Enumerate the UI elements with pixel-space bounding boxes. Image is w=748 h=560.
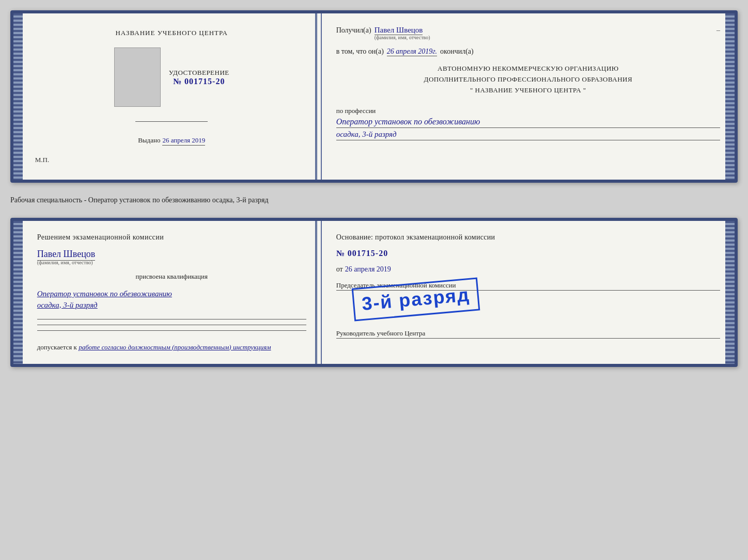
rukvoditel-block: Руководитель учебного Центра [336,329,720,339]
ot-date: 26 апреля 2019 [345,265,391,274]
fio-subtitle: (фамилия, имя, отчество) [375,35,430,40]
profession-value: Оператор установок по обезвоживанию [336,117,720,128]
ot-row: от 26 апреля 2019 [336,265,720,274]
mp-label: М.П. [35,156,49,164]
vtom-date: 26 апреля 2019г. [387,47,437,56]
doc2-left-panel: Решением экзаменационной комиссии Павел … [23,221,322,364]
rank-value: осадка, 3-й разряд [336,130,720,140]
right-spine-decoration [725,13,735,180]
udostoverenie-label: УДОСТОВЕРЕНИЕ [169,69,229,77]
sign-line-2 [37,325,306,325]
page-container: НАЗВАНИЕ УЧЕБНОГО ЦЕНТРА УДОСТОВЕРЕНИЕ №… [10,10,738,367]
photo-placeholder [114,47,161,107]
received-row: Получил(а) Павел Швецов (фамилия, имя, о… [336,26,720,40]
doc2-right-panel: Основание: протокол экзаменационной коми… [322,221,735,364]
stamp-text: 3-й разряд [361,284,471,314]
udostoverenie-block: УДОСТОВЕРЕНИЕ № 001715-20 [169,69,229,86]
rank-value2: осадка, 3-й разряд [37,301,306,310]
prisvoena-text: присвоена квалификация [37,273,306,281]
name2-wrapper: Павел Швецов (фамилия, имя, отчество) [37,249,306,265]
sign-line-1 [37,319,306,319]
doc1-training-center-title: НАЗВАНИЕ УЧЕБНОГО ЦЕНТРА [115,29,227,37]
doc2-left-spine [13,221,23,364]
rukvoditel-sign-line [336,338,720,339]
vydano-row: Выдано 26 апреля 2019 [138,136,205,146]
received-name: Павел Швецов [375,26,423,35]
signature-lines [37,319,306,331]
sign-line-3 [37,330,306,331]
doc2-right-spine [725,221,735,364]
udostoverenie-number: № 001715-20 [169,77,229,86]
vtom-row: в том, что он(а) 26 апреля 2019г. окончи… [336,47,720,56]
doc1-separator-line [135,121,208,122]
doc1-right-panel: Получил(а) Павел Швецов (фамилия, имя, о… [322,13,735,180]
dopuskaetsya-block: допускается к работе согласно должностны… [37,343,306,351]
osnovanie-text: Основание: протокол экзаменационной коми… [336,233,720,242]
qualification-block: Оператор установок по обезвоживанию осад… [37,288,306,310]
resheniem-text: Решением экзаменационной комиссии [37,233,306,242]
org-block: АВТОНОМНУЮ НЕКОММЕРЧЕСКУЮ ОРГАНИЗАЦИЮ ДО… [336,63,720,95]
name2: Павел Швецов [37,249,96,261]
qualification-value: Оператор установок по обезвоживанию [37,290,172,298]
document-1: НАЗВАНИЕ УЧЕБНОГО ЦЕНТРА УДОСТОВЕРЕНИЕ №… [10,10,738,183]
document-2: Решением экзаменационной комиссии Павел … [10,218,738,367]
number2-row: № 001715-20 [336,249,720,258]
profession-block: по профессии Оператор установок по обезв… [336,106,720,140]
doc1-left-panel: НАЗВАНИЕ УЧЕБНОГО ЦЕНТРА УДОСТОВЕРЕНИЕ №… [23,13,322,180]
separator-text: Рабочая специальность - Оператор установ… [10,192,738,209]
left-spine-decoration [13,13,23,180]
dopuskaetsya-italic: работе согласно должностным (производств… [79,343,271,351]
